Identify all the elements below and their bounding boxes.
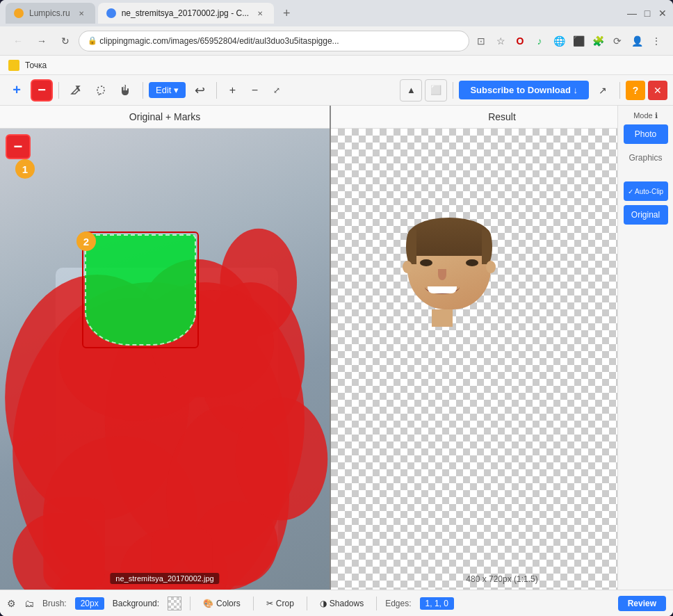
- original-button[interactable]: Original: [624, 205, 668, 225]
- menu-icon[interactable]: ⋮: [648, 33, 665, 49]
- eraser-button[interactable]: [65, 79, 87, 102]
- tab-editor[interactable]: ne_stremitsya_20170002.jpg - C... ✕: [98, 3, 274, 24]
- forward-button[interactable]: →: [32, 31, 51, 51]
- opera-icon[interactable]: O: [512, 33, 528, 49]
- address-bar: ← → ↻ 🔒 clippingmagic.com/images/6595280…: [0, 26, 673, 56]
- address-input[interactable]: 🔒 clippingmagic.com/images/65952804/edit…: [79, 31, 469, 51]
- bookmark-icons: ⊡ ☆ O ♪ 🌐 ⬛ 🧩 ⟳ 👤 ⋮: [473, 33, 665, 49]
- view-original-button[interactable]: ▲: [400, 79, 422, 102]
- new-tab-button[interactable]: +: [277, 3, 296, 23]
- globe-icon[interactable]: 🌐: [551, 33, 567, 49]
- right-panel: Result: [331, 106, 673, 590]
- green-selection-fill: [85, 234, 196, 346]
- extension-icon[interactable]: 🧩: [590, 33, 606, 49]
- sync-icon[interactable]: ⟳: [609, 33, 626, 49]
- remove-background-button[interactable]: −: [31, 79, 53, 102]
- subscribe-download-button[interactable]: Subscribe to Download ↓: [459, 81, 589, 99]
- bottom-divider-1: [190, 597, 190, 610]
- help-button[interactable]: ?: [626, 81, 645, 100]
- bookmark-icon[interactable]: ☆: [492, 33, 509, 49]
- bottom-divider-2: [253, 597, 254, 610]
- title-bar: Lumpics.ru ✕ ne_stremitsya_20170002.jpg …: [0, 0, 673, 26]
- sidebar-controls: Mode ℹ Photo Graphics ✓ Auto-Clip Origin…: [617, 106, 673, 590]
- main-content: Original + Marks: [0, 106, 673, 590]
- breadcrumb-label: Точка: [25, 60, 47, 70]
- tab-lumpics[interactable]: Lumpics.ru ✕: [6, 3, 95, 24]
- left-panel: Original + Marks: [0, 106, 331, 590]
- tab-favicon-editor: [106, 8, 116, 18]
- address-text: clippingmagic.com/images/65952804/edit/a…: [99, 36, 339, 46]
- selection-border: [82, 232, 199, 348]
- brush-size-value[interactable]: 20px: [75, 597, 104, 610]
- edit-label: Edit: [156, 85, 171, 95]
- edit-chevron-icon: ▾: [174, 85, 179, 95]
- image-canvas[interactable]: 1 2 − ne_stremitsya_20170002.jpg: [0, 129, 330, 590]
- view-split-button[interactable]: ⬜: [425, 79, 447, 102]
- tab-close-lumpics[interactable]: ✕: [76, 8, 87, 19]
- shadows-icon: ◑: [320, 599, 327, 608]
- colors-label: Colors: [216, 599, 241, 608]
- cast-icon[interactable]: ⊡: [473, 33, 489, 49]
- tab-label-editor: ne_stremitsya_20170002.jpg - C...: [122, 8, 249, 18]
- badge-2: 2: [76, 232, 96, 251]
- colors-button[interactable]: 🎨 Colors: [199, 597, 245, 610]
- crop-label: Crop: [276, 599, 294, 608]
- dimensions-label: 480 x 720px (1:1.5): [466, 574, 537, 584]
- colors-icon: 🎨: [203, 599, 213, 608]
- close-app-button[interactable]: ✕: [648, 81, 667, 100]
- breadcrumb-bar: Точка: [0, 56, 673, 75]
- pan-button[interactable]: [115, 79, 137, 102]
- layers-icon[interactable]: 🗂: [24, 598, 34, 609]
- toolbar-divider-2: [143, 82, 143, 99]
- vpn-icon[interactable]: ⬛: [570, 33, 587, 49]
- window-close-button[interactable]: ✕: [658, 8, 667, 18]
- minimize-button[interactable]: —: [627, 8, 637, 18]
- face-result-image: [387, 212, 512, 351]
- app-area: + − Edit ▾ ↩: [0, 75, 673, 616]
- lasso-button[interactable]: [90, 79, 112, 102]
- toolbar-divider-1: [58, 82, 59, 99]
- add-foreground-button[interactable]: +: [6, 79, 28, 102]
- fit-button[interactable]: ⤢: [267, 81, 286, 100]
- tab-label-lumpics: Lumpics.ru: [29, 8, 70, 18]
- minus-tool-badge: −: [6, 134, 31, 159]
- shadows-label: Shadows: [330, 599, 364, 608]
- brush-label: Brush:: [42, 599, 67, 608]
- breadcrumb-folder-icon: [8, 60, 19, 71]
- maximize-button[interactable]: □: [642, 8, 652, 18]
- shadows-button[interactable]: ◑ Shadows: [316, 597, 368, 610]
- share-button[interactable]: ↗: [592, 79, 614, 102]
- subscribe-label: Subscribe to Download ↓: [470, 85, 578, 95]
- review-button[interactable]: Review: [618, 596, 666, 611]
- undo-button[interactable]: ↩: [188, 79, 211, 102]
- zoom-out-button[interactable]: −: [245, 81, 264, 100]
- graphics-mode-button[interactable]: Graphics: [624, 148, 668, 168]
- tab-close-editor[interactable]: ✕: [254, 8, 266, 19]
- filename-overlay: ne_stremitsya_20170002.jpg: [110, 573, 219, 584]
- browser-window: Lumpics.ru ✕ ne_stremitsya_20170002.jpg …: [0, 0, 673, 616]
- mode-label: Mode ℹ: [633, 111, 658, 120]
- badge-1: 1: [15, 159, 35, 179]
- bottom-divider-3: [307, 597, 307, 610]
- toolbar-divider-4: [453, 82, 453, 99]
- photo-mode-button[interactable]: Photo: [624, 124, 668, 144]
- edges-value[interactable]: 1, 1, 0: [420, 597, 454, 610]
- main-toolbar: + − Edit ▾ ↩: [0, 75, 673, 106]
- crop-icon: ✂: [266, 599, 273, 608]
- edit-dropdown-button[interactable]: Edit ▾: [149, 82, 186, 98]
- autoclip-button[interactable]: ✓ Auto-Clip: [624, 181, 668, 201]
- music-icon[interactable]: ♪: [531, 33, 548, 49]
- toolbar-divider-3: [216, 82, 217, 99]
- background-label: Background:: [113, 599, 159, 608]
- settings-icon[interactable]: ⚙: [7, 598, 16, 609]
- edges-label: Edges:: [385, 599, 411, 608]
- background-swatch[interactable]: [168, 597, 181, 610]
- reload-button[interactable]: ↻: [56, 31, 75, 51]
- window-controls: — □ ✕: [627, 8, 667, 18]
- toolbar-divider-5: [619, 82, 620, 99]
- avatar-icon[interactable]: 👤: [629, 33, 645, 49]
- zoom-in-button[interactable]: +: [222, 81, 242, 100]
- back-button[interactable]: ←: [8, 31, 28, 51]
- crop-button[interactable]: ✂ Crop: [262, 597, 298, 610]
- left-panel-header: Original + Marks: [0, 106, 330, 129]
